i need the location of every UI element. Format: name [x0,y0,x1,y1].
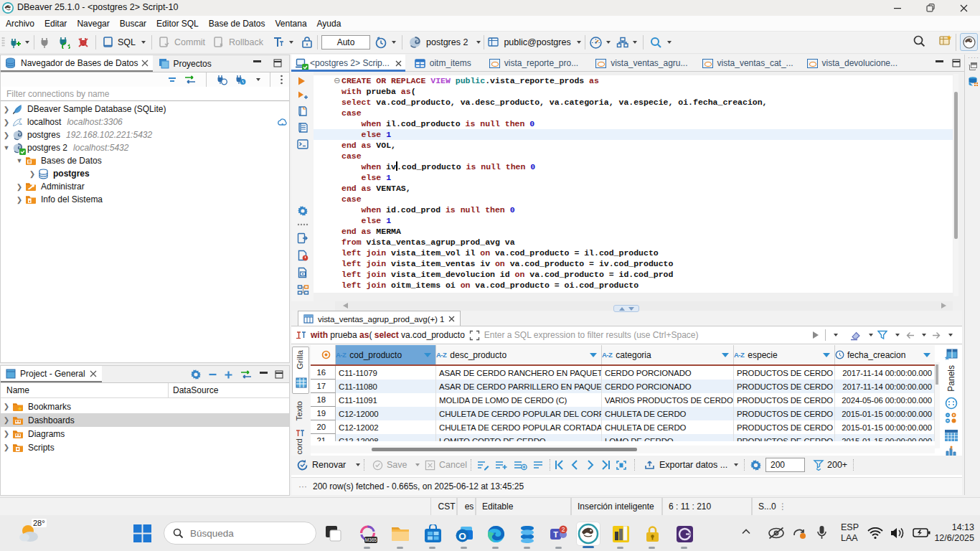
svg-text:T: T [553,529,558,538]
svg-text:2: 2 [562,526,565,533]
svg-text:O: O [458,530,466,541]
svg-text:M365: M365 [364,537,377,542]
